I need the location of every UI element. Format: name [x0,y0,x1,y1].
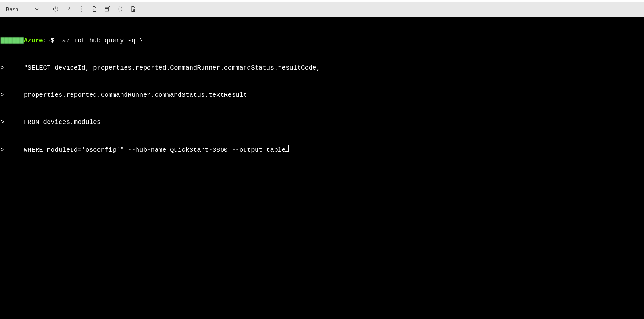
settings-button[interactable] [76,4,87,16]
continuation-prompt: > [0,91,12,100]
svg-point-0 [81,8,82,10]
cloud-shell-toolbar: Bash [0,2,644,17]
terminal-output[interactable]: ██████Azure:~$ az iot hub query -q \ > "… [0,17,644,319]
continuation-prompt: > [0,118,12,127]
chevron-down-icon [35,6,39,13]
help-button[interactable] [63,4,74,16]
prompt-host: Azure [24,36,43,45]
terminal-line-prompt: ██████Azure:~$ az iot hub query -q \ [0,36,644,45]
shell-type-label: Bash [6,6,18,13]
web-preview-button[interactable] [127,4,139,16]
command-text-3: FROM devices.modules [12,118,101,127]
command-text-4: WHERE moduleId='osconfig'" --hub-name Qu… [12,146,286,155]
new-session-button[interactable] [102,4,113,16]
command-text-2: properties.reported.CommandRunner.comman… [12,91,247,100]
command-text-1: "SELECT deviceId, properties.reported.Co… [12,63,320,72]
prompt-user: ██████ [0,36,24,45]
file-preview-icon [130,6,136,14]
terminal-line-2: > properties.reported.CommandRunner.comm… [0,91,644,100]
power-icon [52,6,59,14]
editor-button[interactable] [115,4,126,16]
window-top-strip [0,0,644,2]
gear-icon [78,6,85,14]
terminal-line-4: > WHERE moduleId='osconfig'" --hub-name … [0,145,644,155]
terminal-line-1: > "SELECT deviceId, properties.reported.… [0,63,644,72]
command-text-0: az iot hub query -q \ [55,36,143,45]
file-transfer-icon [91,6,98,14]
braces-icon [117,6,124,14]
prompt-symbol: $ [51,36,55,45]
shell-type-selector[interactable]: Bash [3,5,42,14]
toolbar-divider [46,6,46,13]
terminal-line-3: > FROM devices.modules [0,118,644,127]
prompt-path: :~ [43,36,51,45]
upload-download-button[interactable] [89,4,100,16]
new-window-icon [104,6,111,14]
svg-point-1 [133,9,134,10]
continuation-prompt: > [0,146,12,155]
restart-button[interactable] [50,4,61,16]
terminal-cursor [285,145,289,152]
help-icon [65,6,72,14]
continuation-prompt: > [0,63,12,72]
